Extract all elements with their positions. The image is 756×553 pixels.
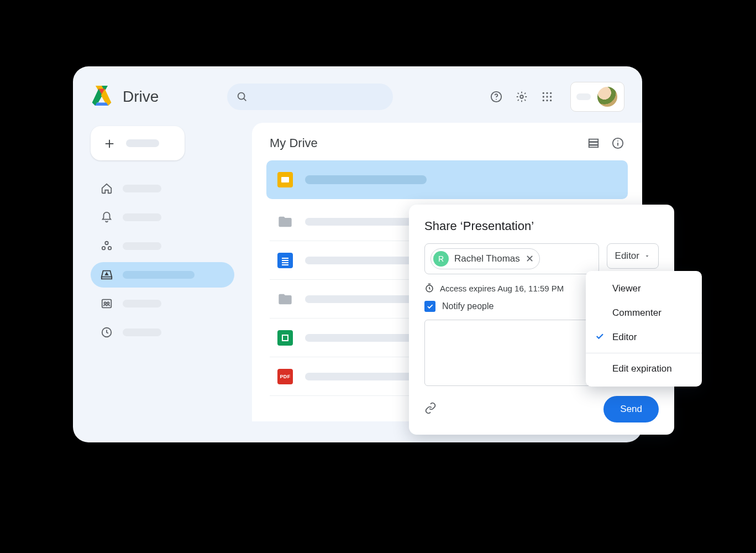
timer-icon bbox=[424, 283, 434, 293]
svg-rect-21 bbox=[589, 139, 599, 142]
sidebar-item-home[interactable] bbox=[91, 176, 234, 201]
svg-rect-17 bbox=[102, 300, 112, 308]
role-option-edit-expiration[interactable]: Edit expiration bbox=[586, 357, 702, 381]
docs-icon bbox=[277, 253, 293, 268]
slides-icon bbox=[277, 172, 293, 187]
check-icon bbox=[426, 302, 434, 310]
svg-point-19 bbox=[107, 302, 109, 304]
svg-point-7 bbox=[550, 92, 552, 94]
person-avatar: R bbox=[433, 251, 449, 267]
notify-checkbox[interactable] bbox=[424, 301, 435, 312]
folder-icon bbox=[277, 291, 293, 307]
expiration-text: Access expires Aug 16, 11:59 PM bbox=[440, 284, 564, 293]
account-placeholder bbox=[576, 93, 591, 100]
check-icon bbox=[595, 331, 605, 341]
svg-point-3 bbox=[496, 99, 497, 100]
remove-person-icon[interactable]: ✕ bbox=[526, 253, 534, 265]
apps-icon[interactable] bbox=[540, 90, 554, 103]
role-selected-label: Editor bbox=[615, 251, 639, 262]
send-button[interactable]: Send bbox=[603, 396, 659, 422]
app-name: Drive bbox=[123, 88, 159, 106]
svg-rect-23 bbox=[589, 145, 599, 148]
svg-point-12 bbox=[546, 100, 548, 101]
svg-point-0 bbox=[238, 93, 245, 100]
folder-icon bbox=[277, 214, 293, 229]
role-option-editor[interactable]: Editor bbox=[586, 325, 702, 349]
svg-point-9 bbox=[546, 96, 548, 97]
sidebar-item-workspaces[interactable] bbox=[91, 233, 234, 259]
role-dropdown-button[interactable]: Editor bbox=[607, 243, 659, 269]
role-dropdown-menu: ✓Viewer ✓Commenter Editor Edit expiratio… bbox=[586, 271, 702, 387]
home-icon bbox=[101, 182, 113, 195]
sheets-icon bbox=[277, 330, 293, 346]
new-button[interactable]: ＋ bbox=[91, 126, 185, 160]
role-option-commenter[interactable]: ✓Commenter bbox=[586, 301, 702, 325]
sidebar-item-my-drive[interactable] bbox=[91, 262, 234, 288]
gear-icon[interactable] bbox=[515, 90, 528, 103]
sidebar: ＋ bbox=[91, 123, 234, 421]
svg-point-4 bbox=[520, 95, 523, 98]
search-input[interactable] bbox=[227, 84, 393, 110]
workspaces-icon bbox=[101, 240, 113, 252]
role-option-viewer[interactable]: ✓Viewer bbox=[586, 276, 702, 301]
svg-point-11 bbox=[543, 100, 544, 101]
header: Drive bbox=[73, 66, 642, 123]
bell-icon bbox=[101, 211, 113, 223]
search-icon bbox=[236, 91, 248, 103]
svg-point-26 bbox=[617, 140, 618, 142]
svg-point-8 bbox=[543, 96, 544, 97]
copy-link-icon[interactable] bbox=[424, 402, 437, 416]
svg-point-5 bbox=[543, 92, 544, 94]
avatar bbox=[596, 86, 618, 108]
account-switcher[interactable] bbox=[570, 82, 624, 112]
info-icon[interactable] bbox=[611, 137, 624, 150]
drive-storage-icon bbox=[101, 269, 113, 281]
chevron-down-icon bbox=[644, 253, 650, 259]
person-chip[interactable]: R Rachel Thomas ✕ bbox=[431, 248, 540, 269]
notify-label: Notify people bbox=[442, 301, 494, 311]
list-view-icon[interactable] bbox=[587, 137, 600, 150]
svg-line-1 bbox=[244, 98, 246, 101]
clock-icon bbox=[101, 326, 113, 338]
drive-logo-icon bbox=[91, 85, 113, 109]
svg-point-14 bbox=[105, 242, 108, 245]
sidebar-item-shared[interactable] bbox=[91, 291, 234, 316]
sidebar-item-activity[interactable] bbox=[91, 205, 234, 230]
person-name: Rachel Thomas bbox=[454, 253, 520, 264]
new-button-label bbox=[126, 139, 159, 147]
pdf-icon: PDF bbox=[277, 369, 293, 384]
svg-rect-22 bbox=[589, 142, 599, 145]
shared-drives-icon bbox=[101, 298, 113, 310]
svg-point-15 bbox=[102, 247, 106, 250]
share-people-input[interactable]: R Rachel Thomas ✕ bbox=[424, 243, 599, 274]
svg-point-13 bbox=[550, 100, 552, 101]
help-icon[interactable] bbox=[490, 90, 503, 103]
svg-point-6 bbox=[546, 92, 548, 94]
share-dialog-title: Share ‘Presentation’ bbox=[424, 219, 659, 233]
svg-point-18 bbox=[104, 302, 106, 304]
svg-point-16 bbox=[108, 247, 112, 250]
breadcrumb[interactable]: My Drive bbox=[270, 136, 318, 150]
svg-point-10 bbox=[550, 96, 552, 97]
file-row-slides[interactable] bbox=[266, 160, 628, 199]
plus-icon: ＋ bbox=[102, 135, 117, 151]
sidebar-item-recent[interactable] bbox=[91, 320, 234, 345]
